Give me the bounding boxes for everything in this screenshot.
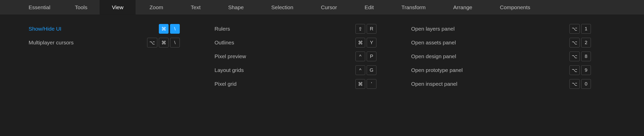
tab-cursor[interactable]: Cursor	[307, 0, 351, 15]
shortcut-pixel-preview[interactable]: Pixel preview ^ P	[214, 50, 376, 63]
tab-label: Essential	[29, 4, 50, 10]
key-option-icon: ⌥	[569, 38, 580, 47]
key-command-icon: ⌘	[355, 38, 365, 47]
tab-tools[interactable]: Tools	[63, 0, 100, 15]
tab-label: Selection	[271, 4, 293, 10]
shortcut-column-2: Rulers ⇧ R Outlines ⌘ Y Pixel preview ^ …	[194, 22, 391, 91]
key-command-icon: ⌘	[355, 79, 365, 89]
tab-label: Transform	[401, 4, 426, 10]
shortcut-keys: ⌥ ⌘ \	[147, 38, 180, 47]
shortcut-open-inspect-panel[interactable]: Open inspect panel ⌥ 0	[411, 77, 591, 91]
tab-components[interactable]: Components	[486, 0, 544, 15]
shortcut-show-hide-ui[interactable]: Show/Hide UI ⌘ \	[29, 22, 180, 36]
shortcut-pixel-grid[interactable]: Pixel grid ⌘ '	[214, 77, 376, 91]
tab-label: Tools	[75, 4, 87, 10]
key-option-icon: ⌥	[147, 38, 157, 47]
shortcut-keys: ^ P	[355, 52, 376, 61]
shortcut-keys: ⌘ Y	[355, 38, 376, 47]
tab-label: Edit	[365, 4, 374, 10]
tab-label: View	[112, 4, 123, 10]
shortcut-label: Open inspect panel	[411, 81, 457, 87]
key-number: 0	[581, 79, 591, 89]
key-number: 9	[581, 65, 591, 75]
key-control-icon: ^	[355, 65, 365, 75]
shortcuts-content: Show/Hide UI ⌘ \ Multiplayer cursors ⌥ ⌘…	[0, 15, 644, 91]
tab-label: Text	[191, 4, 201, 10]
shortcut-label: Open assets panel	[411, 40, 456, 46]
tab-label: Components	[500, 4, 530, 10]
shortcut-label: Multiplayer cursors	[29, 40, 74, 46]
tab-arrange[interactable]: Arrange	[439, 0, 486, 15]
shortcut-keys: ⇧ R	[355, 24, 376, 34]
shortcut-keys: ⌥ 1	[569, 24, 591, 34]
shortcut-label: Outlines	[214, 40, 234, 46]
key-number: 8	[581, 52, 591, 61]
shortcut-keys: ⌥ 2	[569, 38, 591, 47]
tab-edit[interactable]: Edit	[351, 0, 388, 15]
key-apostrophe: '	[367, 79, 376, 89]
key-control-icon: ^	[355, 52, 365, 61]
shortcut-label: Open prototype panel	[411, 67, 463, 73]
tab-label: Shape	[228, 4, 244, 10]
tab-label: Arrange	[453, 4, 472, 10]
key-letter: Y	[367, 38, 376, 47]
shortcut-open-assets-panel[interactable]: Open assets panel ⌥ 2	[411, 36, 591, 50]
key-letter: G	[367, 65, 376, 75]
shortcut-label: Pixel grid	[214, 81, 236, 87]
key-letter: P	[367, 52, 376, 61]
shortcut-open-design-panel[interactable]: Open design panel ⌥ 8	[411, 50, 591, 63]
tab-view[interactable]: View	[100, 0, 136, 15]
shortcut-layout-grids[interactable]: Layout grids ^ G	[214, 63, 376, 77]
key-option-icon: ⌥	[569, 79, 580, 89]
tab-label: Cursor	[321, 4, 337, 10]
key-option-icon: ⌥	[569, 65, 580, 75]
shortcut-keys: ⌥ 8	[569, 52, 591, 61]
key-shift-icon: ⇧	[355, 24, 365, 34]
key-backslash: \	[170, 24, 180, 34]
tab-text[interactable]: Text	[177, 0, 214, 15]
shortcut-label: Show/Hide UI	[29, 26, 61, 32]
shortcut-label: Open design panel	[411, 53, 456, 59]
shortcut-label: Pixel preview	[214, 53, 246, 59]
tab-transform[interactable]: Transform	[388, 0, 439, 15]
shortcut-rulers[interactable]: Rulers ⇧ R	[214, 22, 376, 36]
tab-shape[interactable]: Shape	[214, 0, 258, 15]
shortcut-column-1: Show/Hide UI ⌘ \ Multiplayer cursors ⌥ ⌘…	[0, 22, 194, 91]
key-option-icon: ⌥	[569, 24, 580, 34]
shortcut-column-3: Open layers panel ⌥ 1 Open assets panel …	[391, 22, 605, 91]
shortcut-keys: ^ G	[355, 65, 376, 75]
key-command-icon: ⌘	[159, 24, 169, 34]
tab-essential[interactable]: Essential	[0, 0, 63, 15]
shortcut-open-layers-panel[interactable]: Open layers panel ⌥ 1	[411, 22, 591, 36]
key-number: 1	[581, 24, 591, 34]
shortcut-label: Rulers	[214, 26, 230, 32]
tab-label: Zoom	[149, 4, 163, 10]
shortcut-multiplayer-cursors[interactable]: Multiplayer cursors ⌥ ⌘ \	[29, 36, 180, 50]
shortcut-keys: ⌥ 0	[569, 79, 591, 89]
tab-zoom[interactable]: Zoom	[136, 0, 177, 15]
key-command-icon: ⌘	[159, 38, 169, 47]
key-number: 2	[581, 38, 591, 47]
key-backslash: \	[170, 38, 180, 47]
shortcut-label: Open layers panel	[411, 26, 455, 32]
shortcut-label: Layout grids	[214, 67, 244, 73]
tab-bar: Essential Tools View Zoom Text Shape Sel…	[0, 0, 644, 15]
tab-selection[interactable]: Selection	[257, 0, 307, 15]
key-option-icon: ⌥	[569, 52, 580, 61]
shortcut-open-prototype-panel[interactable]: Open prototype panel ⌥ 9	[411, 63, 591, 77]
shortcut-outlines[interactable]: Outlines ⌘ Y	[214, 36, 376, 50]
key-letter: R	[367, 24, 376, 34]
shortcut-keys: ⌥ 9	[569, 65, 591, 75]
shortcut-keys: ⌘ '	[355, 79, 376, 89]
shortcut-keys: ⌘ \	[159, 24, 180, 34]
